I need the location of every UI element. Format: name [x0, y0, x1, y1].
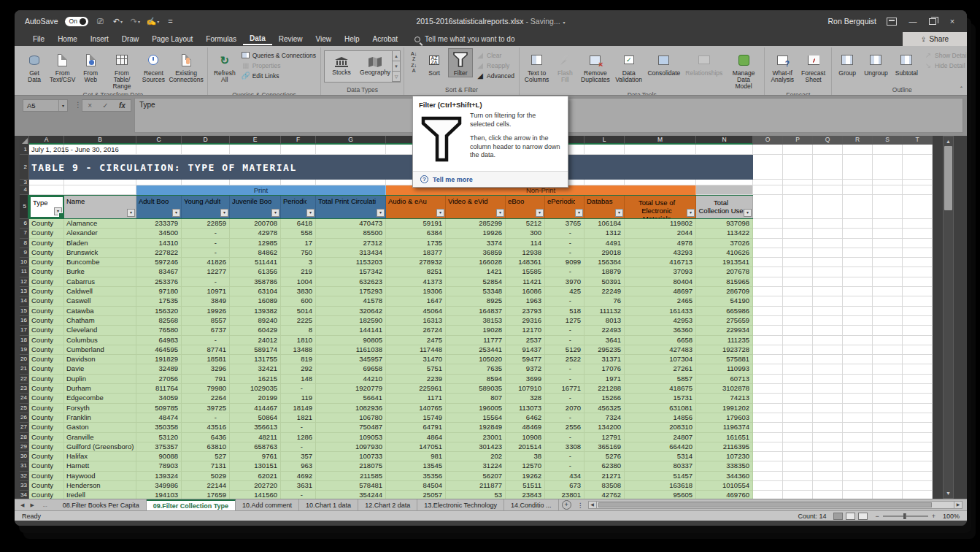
cell[interactable] — [903, 287, 933, 296]
new-sheet-button[interactable]: + — [562, 500, 571, 510]
cell[interactable]: 110993 — [696, 364, 753, 374]
vertical-scrollbar[interactable]: ▲ ▼ — [943, 136, 954, 499]
cell[interactable]: 107304 — [625, 355, 696, 364]
recent-sources-button[interactable]: Recent Sources — [141, 48, 167, 84]
cell[interactable] — [753, 185, 783, 195]
cell[interactable] — [903, 364, 933, 374]
cell[interactable]: 22144 — [182, 481, 230, 491]
row-header[interactable]: 33 — [20, 481, 29, 491]
cell[interactable]: 14310 — [136, 239, 182, 248]
row-header[interactable]: 24 — [20, 394, 29, 403]
cell[interactable]: County — [29, 413, 64, 423]
cell[interactable]: 15585 — [506, 267, 545, 277]
cell[interactable] — [843, 307, 873, 316]
forecast-sheet-button[interactable]: Forecast Sheet — [798, 48, 828, 84]
cell[interactable]: 12791 — [584, 433, 625, 442]
cell[interactable]: Haywood — [64, 472, 136, 481]
cell[interactable]: 15564 — [446, 413, 506, 423]
cell[interactable]: Catawba — [64, 307, 136, 316]
cell[interactable]: 12170 — [506, 326, 545, 335]
cell[interactable]: 14856 — [625, 413, 696, 423]
ribbon-tab[interactable]: Home — [51, 34, 84, 45]
column-header[interactable]: F — [281, 136, 316, 145]
row-header[interactable]: 1 — [20, 145, 29, 155]
column-filter-header[interactable]: Total Use of Electronic Materials▾ — [625, 196, 696, 218]
cell[interactable] — [903, 336, 933, 345]
cell[interactable]: 91437 — [506, 345, 545, 355]
cell[interactable]: 218075 — [316, 461, 386, 471]
filter-dropdown-icon[interactable]: ▾ — [575, 209, 583, 217]
cell[interactable] — [696, 180, 753, 185]
column-header[interactable]: A — [29, 136, 64, 145]
cell[interactable]: 320642 — [316, 307, 386, 316]
column-header[interactable]: Q — [813, 136, 843, 145]
filter-dropdown-icon[interactable]: ▾ — [536, 209, 544, 217]
autosave-toggle[interactable]: On — [65, 17, 88, 26]
advanced-filter-button[interactable]: ◢Advanced — [474, 71, 516, 80]
cell[interactable]: 80404 — [625, 277, 696, 287]
sort-button[interactable]: AZZASort — [422, 48, 447, 77]
cell[interactable]: - — [545, 248, 584, 258]
cell[interactable]: 148361 — [506, 258, 545, 267]
cell[interactable]: Burke — [64, 267, 136, 277]
column-filter-header[interactable]: Name▾ — [64, 196, 136, 218]
cell[interactable]: County — [29, 326, 64, 335]
cell[interactable]: 63104 — [230, 287, 281, 296]
cell[interactable]: 27312 — [316, 239, 386, 248]
cell[interactable] — [783, 185, 813, 195]
cell[interactable]: 35356 — [386, 472, 446, 481]
cell[interactable] — [783, 307, 813, 316]
text-to-columns-button[interactable]: Text to Columns — [522, 48, 551, 84]
cell[interactable]: 39725 — [182, 404, 230, 413]
cell[interactable]: 52854 — [446, 277, 506, 287]
cell[interactable]: 191829 — [136, 355, 182, 364]
cell[interactable]: Alexander — [64, 229, 136, 238]
cell[interactable]: 4864 — [386, 433, 446, 442]
cell[interactable]: 42762 — [584, 491, 625, 499]
filter-dropdown-icon[interactable]: ▾ — [271, 209, 279, 217]
cell[interactable]: 2556 — [545, 423, 584, 432]
cell[interactable]: 78903 — [136, 461, 182, 471]
cell[interactable] — [873, 195, 903, 219]
cell[interactable] — [813, 404, 843, 413]
refresh-all-button[interactable]: ↻Refresh All▾ — [211, 48, 239, 91]
cell[interactable]: 131755 — [230, 355, 281, 364]
cell[interactable] — [843, 219, 873, 229]
row-header[interactable]: 12 — [20, 277, 29, 287]
cell[interactable]: 84862 — [230, 248, 281, 258]
cell[interactable]: 114 — [506, 239, 545, 248]
cell[interactable]: 3830 — [281, 287, 316, 296]
cell[interactable]: 791 — [182, 375, 230, 384]
cell[interactable]: 59477 — [506, 355, 545, 364]
cell[interactable]: Caldwell — [64, 287, 136, 296]
print-band-cell[interactable]: Print — [136, 185, 386, 195]
cell[interactable]: 13488 — [281, 345, 316, 355]
share-button[interactable]: ⇪ Share — [903, 32, 967, 46]
tabs-scroll-right-icon[interactable]: ▶ — [30, 502, 34, 508]
cell[interactable]: 50864 — [230, 413, 281, 423]
cell[interactable]: 42953 — [625, 316, 696, 326]
cell[interactable]: 29018 — [584, 248, 625, 258]
cell[interactable] — [783, 461, 813, 471]
cell[interactable] — [903, 307, 933, 316]
cell[interactable]: 117448 — [386, 345, 446, 355]
row-header[interactable]: 16 — [20, 316, 29, 326]
cell[interactable] — [753, 219, 783, 229]
row-header[interactable]: 27 — [20, 423, 29, 432]
cell[interactable] — [903, 229, 933, 238]
column-filter-header[interactable]: eBoo▾ — [506, 196, 545, 218]
cell[interactable]: 207678 — [696, 267, 753, 277]
cell[interactable] — [783, 267, 813, 277]
cell[interactable] — [903, 413, 933, 423]
cell[interactable] — [843, 287, 873, 296]
column-filter-header[interactable]: Databas▾ — [584, 196, 625, 218]
cell[interactable]: - — [281, 442, 316, 452]
cell[interactable]: 1920779 — [316, 384, 386, 394]
cell[interactable] — [753, 472, 783, 481]
cell[interactable]: 17 — [281, 239, 316, 248]
cell[interactable]: 1810 — [281, 336, 316, 345]
cell[interactable]: County — [29, 219, 64, 229]
cell[interactable] — [29, 185, 64, 195]
row-header[interactable]: 11 — [20, 267, 29, 277]
cell[interactable] — [843, 442, 873, 452]
